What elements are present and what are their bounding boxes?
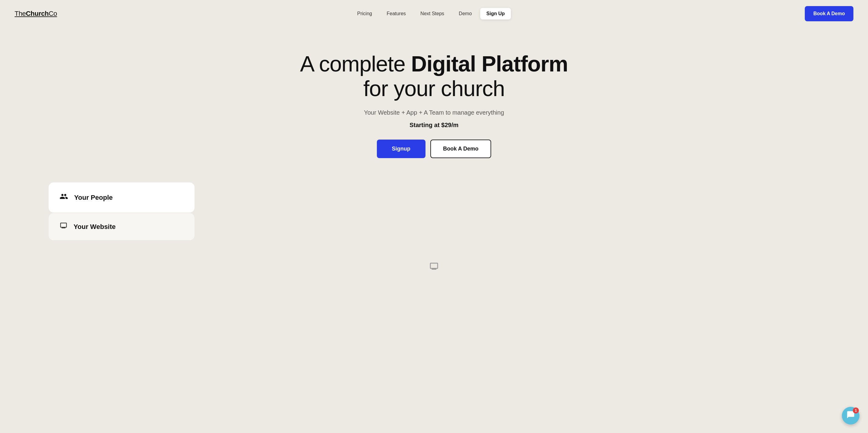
feature-card-your-website[interactable]: Your Website bbox=[49, 213, 194, 240]
nav-item-pricing[interactable]: Pricing bbox=[351, 8, 378, 20]
bottom-monitor-icon bbox=[429, 261, 439, 273]
feature-label-your-website: Your Website bbox=[73, 223, 116, 231]
main-nav: Pricing Features Next Steps Demo Sign Up bbox=[351, 8, 510, 20]
feature-card-your-people[interactable]: Your People bbox=[49, 182, 194, 212]
signup-button[interactable]: Signup bbox=[377, 140, 426, 158]
logo[interactable]: TheChurchCo bbox=[14, 10, 57, 18]
features-section: Your People Your Website bbox=[0, 176, 868, 258]
nav-item-demo[interactable]: Demo bbox=[453, 8, 478, 20]
nav-item-next-steps[interactable]: Next Steps bbox=[414, 8, 450, 20]
hero-title-part2: for your church bbox=[363, 76, 504, 100]
book-demo-header-button[interactable]: Book A Demo bbox=[805, 6, 854, 21]
hero-section: A complete Digital Platform for your chu… bbox=[0, 27, 868, 176]
book-demo-hero-button[interactable]: Book A Demo bbox=[430, 140, 491, 158]
header-right: Book A Demo bbox=[805, 6, 854, 21]
hero-title-bold: Digital Platform bbox=[411, 52, 568, 76]
logo-bold: Church bbox=[26, 10, 49, 17]
nav-item-signup[interactable]: Sign Up bbox=[480, 8, 510, 20]
hero-title-part1: A complete bbox=[300, 52, 411, 76]
hero-price: Starting at $29/m bbox=[409, 122, 458, 128]
logo-prefix: The bbox=[14, 10, 26, 17]
chat-badge: 1 bbox=[853, 407, 859, 413]
people-icon bbox=[60, 192, 68, 203]
chat-bubble[interactable]: 1 bbox=[842, 407, 860, 425]
nav-item-features[interactable]: Features bbox=[380, 8, 412, 20]
hero-subtitle: Your Website + App + A Team to manage ev… bbox=[364, 109, 504, 116]
hero-title: A complete Digital Platform for your chu… bbox=[297, 52, 571, 100]
header: TheChurchCo Pricing Features Next Steps … bbox=[0, 0, 868, 27]
logo-suffix: Co bbox=[49, 10, 57, 17]
feature-label-your-people: Your People bbox=[74, 194, 113, 202]
hero-buttons: Signup Book A Demo bbox=[377, 140, 491, 158]
monitor-icon bbox=[60, 222, 67, 232]
bottom-icon-area bbox=[0, 258, 868, 280]
